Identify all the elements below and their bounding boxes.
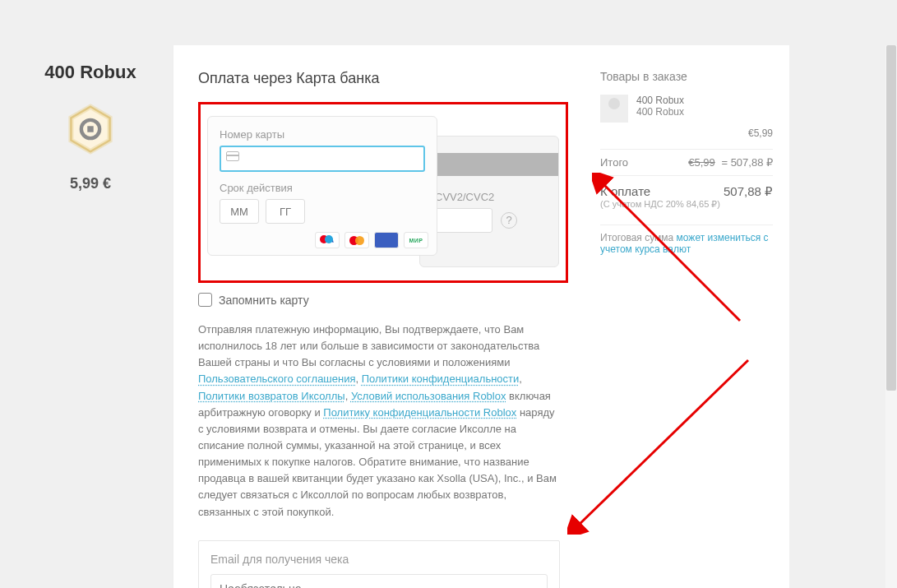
expiry-label: Срок действия [220,182,425,194]
email-label: Email для получения чека [210,553,548,566]
legal-text: Отправляя платежную информацию, Вы подтв… [198,322,568,521]
order-item: 400 Robux 400 Robux [600,95,773,123]
product-summary: 400 Robux 5,99 € [33,62,148,192]
link-roblox-privacy[interactable]: Политику конфиденциальности Roblox [323,406,516,419]
cvv-input[interactable] [435,208,492,233]
card-number-input[interactable] [220,146,425,172]
remember-card-row[interactable]: Запомнить карту [198,293,568,307]
item-thumbnail [600,95,628,123]
expiry-year-input[interactable] [266,199,305,224]
card-number-label: Номер карты [220,128,425,141]
card-brand-logos: VISA МИР [315,232,428,248]
annotation-box-card: CVV2/CVC2 🔒 ? Номер карты [198,102,568,283]
link-xsolla-refund[interactable]: Политики возвратов Иксоллы [198,390,345,402]
product-title: 400 Robux [33,62,148,83]
rate-note: Итоговая сумма может измениться с учетом… [600,232,773,255]
product-price: 5,99 € [33,175,148,192]
scrollbar-thumb[interactable] [886,45,896,391]
summary-title: Товары в заказе [600,70,773,83]
maestro-icon [374,232,399,248]
link-privacy-policy[interactable]: Политики конфиденциальности [362,373,520,385]
order-summary: Товары в заказе 400 Robux 400 Robux €5,9… [600,70,773,255]
item-name: 400 Robux [636,95,684,106]
remember-card-label: Запомнить карту [219,294,309,307]
total-row: К оплате 507,88 ₽ [600,184,773,199]
payment-title: Оплата через Карта банка [198,70,568,87]
cvv-help-icon[interactable]: ? [501,212,517,229]
subtotal-row: Итого €5,99 = 507,88 ₽ [600,156,773,169]
expiry-month-input[interactable] [220,199,259,224]
card-back: CVV2/CVC2 🔒 ? [419,136,559,267]
item-subtitle: 400 Robux [636,106,684,118]
card-front: Номер карты Срок действия VISA [207,116,437,256]
card-icon [226,151,239,161]
robux-icon [65,104,116,155]
link-user-agreement[interactable]: Пользовательского соглашения [198,373,356,385]
email-input[interactable] [210,574,548,588]
remember-card-checkbox[interactable] [198,293,212,307]
cvv-label: CVV2/CVC2 [435,191,548,203]
email-receipt-box: Email для получения чека [198,540,560,588]
item-price: €5,99 [600,127,773,139]
checkout-panel: Оплата через Карта банка CVV2/CVC2 🔒 [173,45,789,588]
mir-icon: МИР [404,232,428,248]
svg-rect-3 [87,126,93,132]
vat-note: (С учетом НДС 20% 84,65 ₽) [600,199,773,210]
mastercard-icon [344,232,369,248]
link-roblox-terms[interactable]: Условий использования Roblox [351,390,506,402]
